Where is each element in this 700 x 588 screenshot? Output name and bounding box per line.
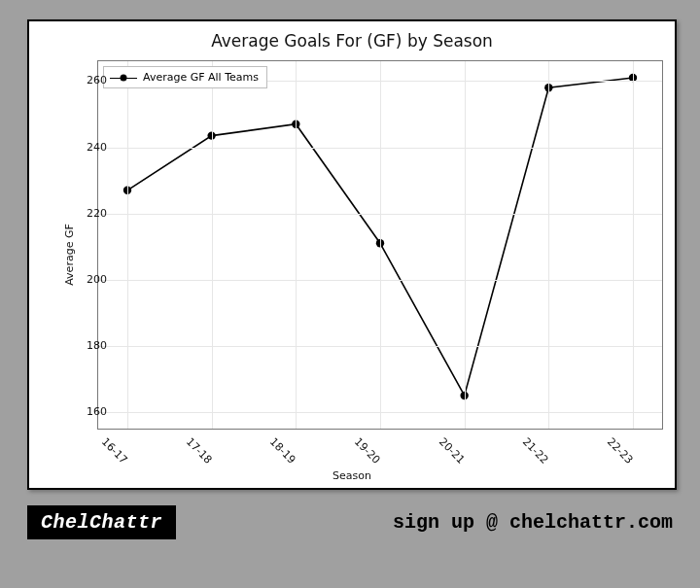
x-tick-label: 22-23 (605, 435, 636, 467)
y-tick-label: 160 (68, 404, 107, 417)
legend-label: Average GF All Teams (143, 71, 259, 84)
grid-line (465, 61, 466, 429)
signup-text: sign up @ chelchattr.com (393, 511, 673, 534)
y-tick-label: 180 (68, 338, 107, 351)
grid-line (548, 61, 549, 429)
grid-line (380, 61, 381, 429)
x-tick-label: 19-20 (352, 435, 383, 467)
y-tick-label: 260 (68, 74, 107, 86)
y-tick-label: 240 (68, 140, 107, 153)
x-tick-label: 18-19 (267, 435, 298, 467)
grid-line (127, 61, 128, 429)
legend: Average GF All Teams (103, 66, 267, 88)
chart-title: Average Goals For (GF) by Season (29, 31, 675, 51)
legend-marker-icon (110, 73, 137, 83)
x-tick-label: 21-22 (520, 435, 551, 467)
y-tick-label: 200 (68, 272, 107, 285)
grid-line (296, 61, 297, 429)
x-axis-label: Season (29, 469, 675, 482)
chart-frame: Average Goals For (GF) by Season Average… (27, 19, 677, 490)
footer: ChelChattr sign up @ chelchattr.com (27, 505, 673, 539)
y-tick-label: 220 (68, 206, 107, 219)
grid-line (633, 61, 634, 429)
plot-area (97, 60, 663, 430)
x-tick-label: 20-21 (436, 435, 467, 467)
x-tick-label: 16-17 (99, 435, 130, 467)
grid-line (212, 61, 213, 429)
brand-badge: ChelChattr (27, 505, 176, 539)
x-tick-label: 17-18 (183, 435, 214, 467)
